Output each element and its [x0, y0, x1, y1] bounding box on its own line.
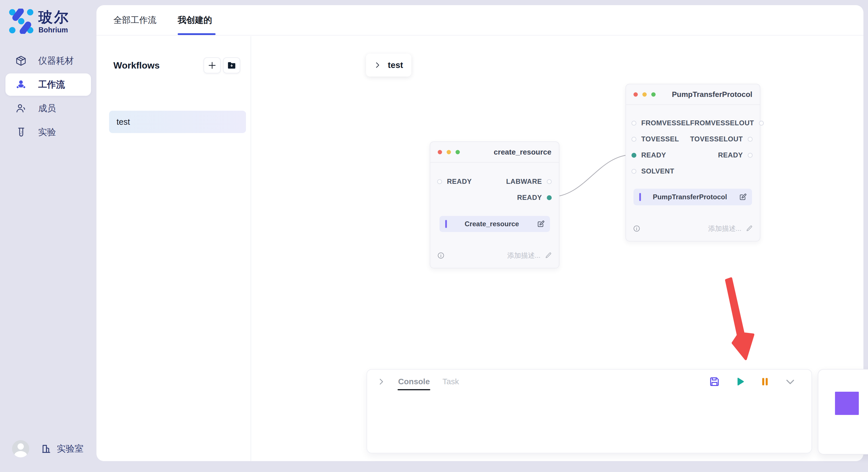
- node-footer: 添加描述...: [437, 249, 552, 262]
- building-icon: [41, 443, 52, 454]
- chevron-down-icon[interactable]: [784, 375, 797, 388]
- info-icon[interactable]: [633, 225, 640, 232]
- node-title: PumpTransferProtocol: [656, 90, 752, 99]
- node-action-pill[interactable]: Create_resource: [439, 216, 550, 232]
- port-label: FROMVESSEL: [641, 119, 690, 127]
- workflow-list-item[interactable]: test: [109, 111, 246, 133]
- add-workflow-button[interactable]: [204, 57, 221, 73]
- port-in-ready[interactable]: [631, 153, 637, 158]
- minimap-node-create-resource: [835, 392, 859, 415]
- pill-label: Create_resource: [447, 220, 537, 228]
- minimap[interactable]: [818, 369, 868, 454]
- port-label: FROMVESSELOUT: [690, 119, 754, 127]
- sidebar-item-label: 工作流: [38, 78, 65, 91]
- sidebar-item-members[interactable]: 成员: [5, 97, 91, 120]
- console-tab[interactable]: Console: [398, 370, 430, 394]
- node-action-pill[interactable]: PumpTransferProtocol: [633, 189, 752, 205]
- port-label: TOVESSELOUT: [690, 135, 743, 143]
- port-in-fromvessel[interactable]: [631, 121, 637, 126]
- node-title: create_resource: [460, 148, 551, 157]
- main-area: 全部工作流 我创建的 Workflows test t: [96, 5, 863, 461]
- app-logo[interactable]: 玻尔 Bohrium: [9, 9, 69, 34]
- sidebar-item-experiments[interactable]: 实验: [5, 121, 91, 143]
- import-folder-button[interactable]: [223, 57, 240, 73]
- node-header: create_resource: [430, 142, 559, 163]
- lab-switcher[interactable]: 实验室: [41, 443, 84, 455]
- pause-icon[interactable]: [758, 375, 771, 388]
- tab-all-workflows[interactable]: 全部工作流: [113, 5, 156, 35]
- sidebar-item-instruments[interactable]: 仪器耗材: [5, 49, 91, 72]
- chevron-right-icon[interactable]: [377, 377, 385, 386]
- sidebar: 玻尔 Bohrium 仪器耗材 工作流: [0, 0, 96, 472]
- port-in-solvent[interactable]: [631, 169, 637, 174]
- port-label: READY: [517, 194, 542, 202]
- workflows-title: Workflows: [113, 60, 204, 71]
- node-pump-transfer-protocol[interactable]: PumpTransferProtocol FROMVESSEL FROMVESS…: [625, 84, 761, 241]
- port-label: READY: [641, 151, 666, 159]
- package-icon: [15, 55, 27, 67]
- node-description-placeholder[interactable]: 添加描述...: [640, 224, 741, 233]
- active-tab-underline: [178, 33, 216, 35]
- sidebar-item-label: 实验: [38, 126, 56, 138]
- port-out-ready[interactable]: [748, 153, 753, 158]
- node-footer: 添加描述...: [633, 222, 753, 235]
- edit-icon[interactable]: [739, 193, 747, 201]
- pill-label: PumpTransferProtocol: [641, 193, 739, 201]
- console-panel: Console Task: [367, 369, 812, 453]
- experiment-icon: [15, 126, 27, 138]
- workflow-tabbar: 全部工作流 我创建的: [96, 5, 863, 36]
- workflows-panel: Workflows test: [96, 36, 251, 461]
- tab-my-created[interactable]: 我创建的: [178, 5, 212, 35]
- user-avatar[interactable]: [12, 440, 29, 458]
- port-in-ready[interactable]: [437, 179, 442, 184]
- console-toolbar: Console Task: [367, 370, 811, 394]
- port-out-fromvesselout[interactable]: [759, 121, 764, 126]
- port-label: READY: [447, 177, 472, 186]
- sidebar-item-workflow[interactable]: 工作流: [5, 73, 91, 96]
- folder-download-icon: [227, 61, 237, 70]
- workflow-group-icon: [15, 78, 27, 91]
- traffic-light-dots: [438, 150, 460, 154]
- port-label: READY: [718, 151, 743, 159]
- bohrium-logo-icon: [9, 9, 34, 34]
- port-in-tovessel[interactable]: [631, 137, 637, 142]
- port-label: LABWARE: [506, 177, 542, 186]
- info-icon[interactable]: [437, 252, 445, 259]
- edit-icon[interactable]: [537, 220, 545, 228]
- chevron-right-icon: [373, 61, 381, 69]
- save-icon[interactable]: [708, 375, 721, 388]
- traffic-light-dots: [633, 92, 656, 97]
- node-description-placeholder[interactable]: 添加描述...: [445, 251, 540, 260]
- pencil-icon[interactable]: [545, 252, 552, 259]
- plus-icon: [208, 61, 217, 70]
- pencil-icon[interactable]: [745, 225, 753, 232]
- breadcrumb-label: test: [388, 60, 403, 70]
- port-label: TOVESSEL: [641, 135, 679, 143]
- sidebar-item-label: 成员: [38, 102, 56, 114]
- sidebar-nav: 仪器耗材 工作流 成员: [0, 48, 96, 145]
- port-out-tovesselout[interactable]: [748, 137, 753, 142]
- app-subtitle: Bohrium: [38, 26, 69, 34]
- app-title: 玻尔: [38, 9, 69, 26]
- breadcrumb-workflow[interactable]: test: [366, 54, 411, 76]
- port-out-labware[interactable]: [547, 179, 552, 184]
- play-icon[interactable]: [733, 375, 746, 388]
- lab-label: 实验室: [57, 443, 84, 455]
- node-create-resource[interactable]: create_resource READY LABWARE READY: [430, 141, 559, 268]
- port-out-ready[interactable]: [547, 195, 552, 200]
- node-header: PumpTransferProtocol: [626, 84, 760, 105]
- task-tab[interactable]: Task: [442, 370, 459, 394]
- sidebar-item-label: 仪器耗材: [38, 55, 74, 67]
- members-icon: [15, 102, 27, 114]
- workflow-canvas[interactable]: test create_resource READY LABWARE: [252, 36, 863, 461]
- port-label: SOLVENT: [641, 167, 674, 175]
